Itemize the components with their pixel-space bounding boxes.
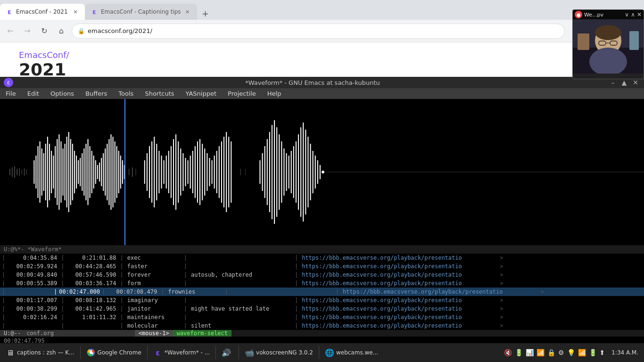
emacs-window: ε *Waveform* - GNU Emacs at sacha-kubunt… [0, 77, 644, 339]
modeline-mouse-label[interactable]: <mouse-1> [135, 330, 173, 337]
svg-rect-107 [228, 137, 229, 207]
taskbar-separator-2 [147, 346, 148, 359]
svg-rect-26 [43, 153, 44, 191]
table-row[interactable]: | 00:00:55.389 | 00:03:36.174 | form | |… [0, 279, 644, 288]
back-button[interactable]: ← [4, 25, 17, 38]
waveform-modeline-text: U:@%*- *Waveform* [4, 246, 62, 253]
svg-rect-69 [129, 169, 129, 175]
pip-expand-icon[interactable]: ∧ [631, 11, 635, 18]
tab-captioning-tips[interactable]: ε EmacsConf - Captioning tips ✕ [85, 4, 197, 20]
table-row[interactable]: | 00:00:49.840 | 00:57:46.590 | forever … [0, 271, 644, 279]
svg-rect-73 [147, 153, 148, 191]
svg-rect-16 [17, 169, 17, 175]
menu-edit[interactable]: Edit [25, 89, 41, 98]
svg-rect-66 [120, 156, 121, 189]
svg-rect-49 [88, 139, 89, 205]
tray-icon-wifi[interactable]: 📶 [537, 349, 545, 356]
menu-projectile[interactable]: Projectile [226, 89, 258, 98]
table-row[interactable]: | | | molecular | silent | https://bbb.e… [0, 321, 644, 330]
taskbar-separator-4 [239, 346, 239, 359]
svg-rect-50 [90, 146, 91, 198]
pip-chevron-down-icon[interactable]: ∨ [625, 11, 629, 18]
taskbar-item-vokoscreen[interactable]: 📹 vokoscreenNG 3.0.2 [241, 346, 317, 359]
tray-icon-bulb[interactable]: 💡 [567, 349, 575, 356]
svg-rect-60 [108, 139, 109, 205]
svg-rect-59 [107, 144, 107, 200]
new-tab-button[interactable]: + [199, 7, 212, 20]
tray-icon-battery[interactable]: 🔋 [515, 349, 523, 356]
tab-close-1[interactable]: ✕ [72, 8, 79, 16]
tab-emacsconf-2021[interactable]: ε EmacsConf - 2021 ✕ [0, 4, 85, 20]
table-row-selected[interactable]: | | 00:02:47.000 | 00:07:08.479 | frowni… [0, 288, 644, 296]
waveform-modeline: U:@%*- *Waveform* [0, 245, 644, 254]
svg-rect-134 [315, 156, 316, 189]
emacs-data-table: | 0:04:35.84 | 0:21:01.88 | exec | | htt… [0, 254, 644, 330]
svg-rect-79 [161, 156, 162, 189]
taskbar-item-audio[interactable]: 🔊 [218, 346, 237, 359]
svg-rect-13 [9, 169, 10, 175]
reload-button[interactable]: ↻ [38, 25, 51, 38]
svg-rect-120 [281, 141, 282, 203]
svg-rect-37 [65, 144, 66, 200]
svg-rect-123 [289, 156, 289, 189]
tray-icon-mute[interactable]: 🔇 [504, 349, 512, 356]
menu-yasnippet[interactable]: YASnippet [184, 89, 219, 98]
svg-rect-122 [286, 153, 287, 191]
taskbar-item-webcam[interactable]: 🌐 webcams.we... [321, 346, 382, 359]
svg-rect-41 [72, 144, 73, 200]
waveform-area[interactable] [0, 99, 644, 245]
menu-shortcuts[interactable]: Shortcuts [143, 89, 176, 98]
svg-rect-25 [41, 148, 42, 196]
chrome-icon [86, 348, 96, 357]
menu-help[interactable]: Help [265, 89, 283, 98]
svg-rect-67 [122, 160, 123, 184]
tray-icon-power[interactable]: 🔋 [589, 349, 597, 356]
home-button[interactable]: ⌂ [55, 25, 68, 38]
svg-rect-136 [320, 165, 321, 179]
svg-rect-81 [166, 156, 167, 189]
taskbar-item-chrome[interactable]: Google Chrome [83, 346, 145, 359]
svg-rect-31 [53, 156, 54, 189]
svg-rect-21 [33, 160, 34, 184]
emacs-maximize-icon[interactable]: ▲ [619, 78, 629, 87]
url-bar[interactable]: 🔒 emacsconf.org/2021/ [72, 24, 565, 39]
taskbar-time: 1:34 A.M. [608, 349, 642, 356]
taskbar-separator [80, 346, 81, 359]
svg-rect-46 [82, 153, 83, 191]
svg-rect-88 [182, 153, 183, 191]
tray-icon-stats[interactable]: 📊 [526, 349, 534, 356]
table-row[interactable]: | 0:02:16.24 | 1:01:11.32 | maintainers … [0, 313, 644, 321]
table-row[interactable]: | 00:02:59.924 | 00:44:28.465 | faster |… [0, 262, 644, 271]
svg-rect-110 [245, 169, 246, 175]
table-row[interactable]: | 00:01:17.007 | 00:08:18.132 | imaginar… [0, 296, 644, 304]
svg-rect-85 [175, 134, 176, 210]
svg-rect-125 [293, 146, 294, 198]
table-row[interactable]: | 0:04:35.84 | 0:21:01.88 | exec | | htt… [0, 254, 644, 262]
tray-icon-lock[interactable]: 🔒 [547, 349, 555, 356]
svg-rect-111 [259, 160, 260, 184]
table-row[interactable]: | 00:00:38.299 | 00:41:42.965 | janitor … [0, 304, 644, 313]
taskbar-item-emacs[interactable]: ε *Waveform* - ... [149, 346, 214, 359]
forward-button[interactable]: → [21, 25, 34, 38]
menu-file[interactable]: File [4, 89, 18, 98]
taskbar-item-terminal[interactable]: 🖥 captions : zsh — K... [2, 346, 78, 359]
emacsconf-link[interactable]: EmacsConf/ [19, 50, 625, 60]
svg-rect-116 [272, 125, 272, 219]
tray-icon-gear[interactable]: ⚙ [558, 349, 564, 356]
tab-bar: ε EmacsConf - 2021 ✕ ε EmacsConf - Capti… [0, 0, 644, 20]
menu-tools[interactable]: Tools [116, 89, 135, 98]
address-bar: ← → ↻ ⌂ 🔒 emacsconf.org/2021/ ☆ Incognit… [0, 20, 644, 42]
tray-icon-signal[interactable]: 📶 [578, 349, 586, 356]
menu-options[interactable]: Options [49, 89, 76, 98]
svg-rect-126 [296, 141, 297, 203]
emacs-minimize-icon[interactable]: – [608, 78, 618, 87]
emacs-close-icon[interactable]: ✕ [631, 78, 640, 87]
menu-buffers[interactable]: Buffers [83, 89, 109, 98]
tab-close-2[interactable]: ✕ [184, 8, 191, 16]
pip-close-icon[interactable]: ✕ [637, 11, 642, 18]
url-text: emacsconf.org/2021/ [88, 27, 559, 34]
svg-rect-133 [313, 151, 314, 193]
tray-icon-up[interactable]: ⬆ [600, 349, 605, 356]
svg-rect-58 [105, 148, 106, 196]
svg-rect-42 [74, 151, 75, 193]
